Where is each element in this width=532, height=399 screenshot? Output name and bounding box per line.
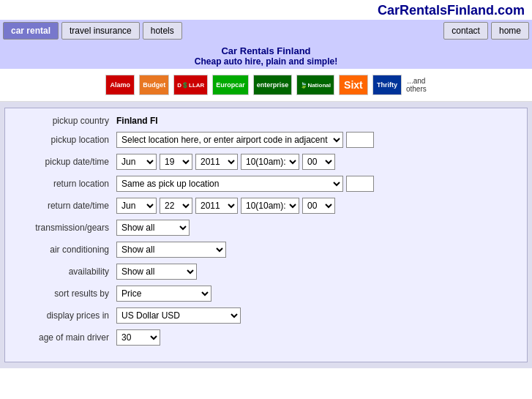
display-prices-row: display prices in US Dollar USDEuro EURB…	[14, 307, 518, 324]
transmission-label: transmission/gears	[14, 223, 116, 233]
return-year-select[interactable]: 2011201020122013	[195, 198, 238, 214]
availability-controls: Show allAvailable only	[116, 264, 518, 280]
nav-left: car rental travel insurance hotels	[3, 22, 441, 40]
return-datetime-row: return date/time Jun JanFebMarAprMay Jul…	[14, 198, 518, 214]
logo-national[interactable]: 🍃National	[296, 75, 334, 95]
return-hour-select[interactable]: 10(10am): 0(12am):1(1am):2(2am):3(3am):	[241, 198, 299, 214]
availability-select[interactable]: Show allAvailable only	[116, 264, 197, 280]
transmission-controls: Show allManualAutomatic	[116, 220, 518, 236]
air-conditioning-controls: Show allYesNo	[116, 242, 518, 258]
pickup-year-select[interactable]: 2011201020122013	[195, 154, 238, 170]
air-conditioning-label: air conditioning	[14, 245, 116, 255]
pickup-day-select[interactable]: 19 12345 678910 1112131415 161718 202122…	[160, 154, 192, 170]
pickup-hour-select[interactable]: 10(10am): 0(12am):1(1am):2(2am):3(3am): …	[241, 154, 299, 170]
logo-alamo[interactable]: Alamo	[105, 75, 135, 95]
logo-sixt[interactable]: Sixt	[339, 75, 368, 95]
pickup-country-label: pickup country	[14, 116, 116, 126]
return-location-label: return location	[14, 179, 116, 189]
sort-results-select[interactable]: PriceCar sizeCompany	[116, 286, 211, 302]
display-prices-label: display prices in	[14, 310, 116, 321]
pickup-datetime-controls: Jun JanFebMarAprMay JulAugSepOctNovDec 1…	[116, 154, 518, 170]
age-controls: 30 1819202122 2324252627 2829 3132333435…	[116, 329, 518, 346]
pickup-country-value: Finland FI	[116, 116, 158, 126]
site-title: CarRentalsFinland.com	[378, 3, 525, 18]
banner-subtitle: Cheap auto hire, plain and simple!	[0, 56, 532, 67]
logo-thrifty[interactable]: Thrifty	[372, 75, 402, 95]
pickup-datetime-row: pickup date/time Jun JanFebMarAprMay Jul…	[14, 154, 518, 170]
return-day-select[interactable]: 22 123192021 232425262728 293031	[160, 198, 192, 214]
nav-home[interactable]: home	[491, 22, 529, 40]
nav-right: contact home	[443, 22, 529, 40]
return-location-controls: Same as pick up location	[116, 176, 518, 192]
site-header: CarRentalsFinland.com	[0, 0, 532, 20]
return-airport-code-input[interactable]	[346, 176, 374, 192]
sort-results-controls: PriceCar sizeCompany	[116, 286, 518, 302]
main-content: pickup country Finland FI pickup locatio…	[0, 102, 532, 368]
availability-row: availability Show allAvailable only	[14, 264, 518, 280]
return-min-select[interactable]: 00153045	[302, 198, 335, 214]
return-location-row: return location Same as pick up location	[14, 176, 518, 192]
logo-budget[interactable]: Budget	[139, 75, 169, 95]
return-month-select[interactable]: Jun JanFebMarAprMay JulAugSepOctNovDec	[116, 198, 157, 214]
air-conditioning-row: air conditioning Show allYesNo	[14, 242, 518, 258]
return-location-select[interactable]: Same as pick up location	[116, 176, 343, 192]
transmission-row: transmission/gears Show allManualAutomat…	[14, 220, 518, 236]
nav-hotels[interactable]: hotels	[143, 22, 182, 40]
logo-enterprise[interactable]: enterprise	[253, 75, 293, 95]
pickup-datetime-label: pickup date/time	[14, 157, 116, 167]
air-conditioning-select[interactable]: Show allYesNo	[116, 242, 226, 258]
pickup-location-select[interactable]: Select location here, or enter airport c…	[116, 132, 343, 148]
nav-car-rental[interactable]: car rental	[3, 22, 59, 40]
age-row: age of main driver 30 1819202122 2324252…	[14, 329, 518, 346]
logo-dollar[interactable]: D💲LLAR	[173, 75, 208, 95]
pickup-month-select[interactable]: Jun JanFebMarAprMay JulAugSepOctNovDec	[116, 154, 157, 170]
display-prices-select[interactable]: US Dollar USDEuro EURBritish Pound GBP	[116, 307, 241, 324]
return-datetime-controls: Jun JanFebMarAprMay JulAugSepOctNovDec 2…	[116, 198, 518, 214]
age-label: age of main driver	[14, 332, 116, 343]
return-datetime-label: return date/time	[14, 201, 116, 211]
pickup-country-controls: Finland FI	[116, 116, 518, 126]
nav-contact[interactable]: contact	[443, 22, 488, 40]
age-select[interactable]: 30 1819202122 2324252627 2829 3132333435…	[116, 329, 160, 346]
pickup-location-controls: Select location here, or enter airport c…	[116, 132, 518, 148]
pickup-location-row: pickup location Select location here, or…	[14, 132, 518, 148]
pickup-location-label: pickup location	[14, 135, 116, 145]
pickup-country-row: pickup country Finland FI	[14, 116, 518, 126]
banner-title: Car Rentals Finland	[0, 45, 532, 56]
sort-results-row: sort results by PriceCar sizeCompany	[14, 286, 518, 302]
display-prices-controls: US Dollar USDEuro EURBritish Pound GBP	[116, 307, 518, 324]
form-container: pickup country Finland FI pickup locatio…	[4, 108, 528, 362]
logo-strip: Alamo Budget D💲LLAR Europcar enterprise …	[0, 69, 532, 102]
sort-results-label: sort results by	[14, 288, 116, 299]
pickup-airport-code-input[interactable]	[346, 132, 374, 148]
logo-others: ...andothers	[406, 77, 427, 93]
banner: Car Rentals Finland Cheap auto hire, pla…	[0, 42, 532, 69]
transmission-select[interactable]: Show allManualAutomatic	[116, 220, 190, 236]
logo-europcar[interactable]: Europcar	[212, 75, 249, 95]
nav-travel-insurance[interactable]: travel insurance	[61, 22, 140, 40]
availability-label: availability	[14, 266, 116, 277]
nav-bar: car rental travel insurance hotels conta…	[0, 20, 532, 42]
pickup-min-select[interactable]: 00153045	[302, 154, 335, 170]
